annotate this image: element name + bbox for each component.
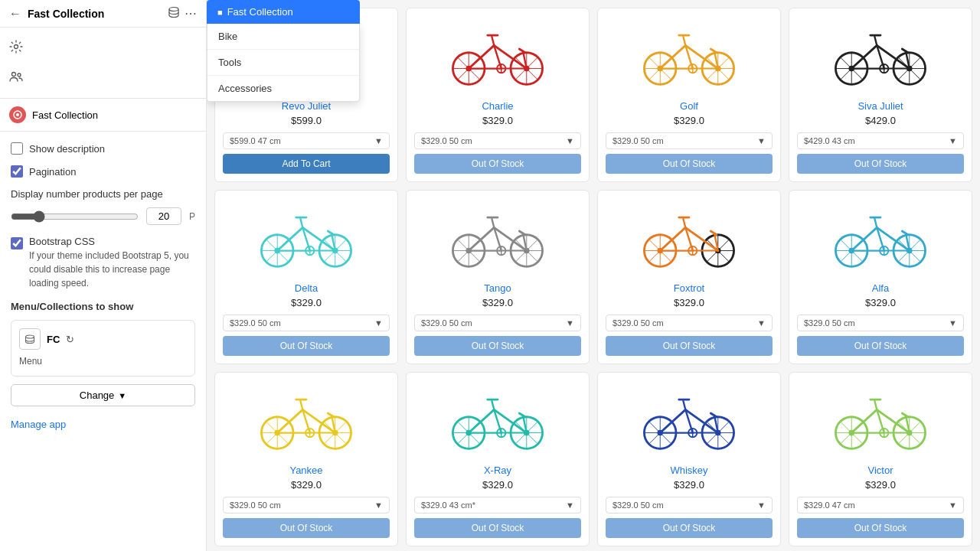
variant-value: $329.0 50 cm	[230, 318, 281, 328]
variant-selector[interactable]: $329.0 50 cm ▼	[223, 497, 390, 514]
product-card: Delta $329.0 $329.0 50 cm ▼ Out Of Stock	[214, 190, 398, 364]
variant-selector[interactable]: $329.0 50 cm ▼	[414, 132, 581, 149]
per-page-slider[interactable]	[11, 210, 139, 223]
svg-point-3	[18, 73, 21, 77]
product-name[interactable]: Tango	[484, 282, 511, 294]
db-icon[interactable]	[168, 6, 180, 21]
variant-selector[interactable]: $329.0 50 cm ▼	[223, 315, 390, 331]
sidebar-content: Show description Pagination Display numb…	[0, 132, 206, 551]
out-of-stock-button[interactable]: Out Of Stock	[797, 154, 964, 174]
sidebar-header: ← Fast Collection ⋯	[0, 0, 206, 28]
brand-icon	[9, 106, 26, 123]
svg-line-139	[492, 219, 494, 227]
variant-selector[interactable]: $329.0 50 cm ▼	[414, 315, 581, 331]
svg-line-277	[874, 401, 877, 409]
out-of-stock-button[interactable]: Out Of Stock	[797, 336, 964, 356]
svg-line-65	[660, 45, 685, 68]
variant-selector[interactable]: $329.0 50 cm ▼	[606, 497, 773, 514]
product-name[interactable]: Whiskey	[670, 465, 707, 476]
pagination-checkbox[interactable]	[11, 165, 23, 178]
show-description-checkbox[interactable]	[11, 142, 23, 155]
product-price: $329.0	[674, 115, 704, 126]
product-price: $329.0	[291, 297, 322, 308]
more-icon[interactable]: ⋯	[185, 6, 197, 21]
dropdown-items: Bike Tools Accessories	[207, 24, 360, 102]
variant-value: $329.0 43 cm*	[421, 500, 475, 510]
out-of-stock-button[interactable]: Out Of Stock	[606, 336, 773, 356]
out-of-stock-button[interactable]: Out Of Stock	[223, 518, 390, 538]
product-image	[606, 200, 773, 276]
variant-value: $329.0 50 cm	[612, 500, 664, 510]
refresh-icon[interactable]: ↻	[66, 334, 74, 345]
variant-selector[interactable]: $329.0 50 cm ▼	[606, 132, 773, 149]
back-button[interactable]: ←	[9, 7, 21, 21]
svg-line-254	[683, 401, 685, 409]
add-to-cart-button[interactable]: Add To Cart	[223, 154, 390, 174]
product-name[interactable]: Charlie	[482, 100, 513, 112]
product-name[interactable]: X-Ray	[484, 465, 511, 476]
team-icon[interactable]	[9, 70, 197, 86]
dropdown-item-accessories[interactable]: Accessories	[207, 76, 359, 101]
svg-line-280	[902, 413, 908, 417]
product-card: Tango $329.0 $329.0 50 cm ▼ Out Of Stock	[406, 190, 590, 364]
change-button[interactable]: Change ▼	[11, 384, 195, 406]
svg-line-211	[328, 413, 334, 417]
out-of-stock-button[interactable]: Out Of Stock	[606, 154, 773, 174]
out-of-stock-button[interactable]: Out Of Stock	[414, 336, 581, 356]
product-name[interactable]: Alfa	[872, 282, 889, 294]
product-card: Yankee $329.0 $329.0 50 cm ▼ Out Of Stoc…	[214, 372, 398, 546]
product-price: $329.0	[482, 479, 513, 491]
out-of-stock-button[interactable]: Out Of Stock	[223, 336, 390, 356]
sidebar-nav	[0, 28, 206, 99]
variant-selector[interactable]: $329.0 43 cm* ▼	[414, 497, 581, 514]
out-of-stock-button[interactable]: Out Of Stock	[606, 518, 773, 538]
product-name[interactable]: Delta	[295, 282, 318, 294]
dropdown-header[interactable]: ■ Fast Collection	[207, 0, 360, 24]
product-image	[606, 382, 773, 458]
product-name[interactable]: Victor	[868, 465, 893, 476]
out-of-stock-button[interactable]: Out Of Stock	[797, 518, 964, 538]
product-price: $599.0	[291, 115, 322, 126]
collection-box: FC ↻ Menu	[11, 320, 195, 377]
product-name[interactable]: Golf	[680, 100, 698, 112]
variant-value: $329.0 50 cm	[230, 500, 281, 510]
out-of-stock-button[interactable]: Out Of Stock	[414, 154, 581, 174]
variant-selector[interactable]: $329.0 50 cm ▼	[606, 315, 773, 331]
dropdown-item-tools[interactable]: Tools	[207, 50, 359, 76]
product-card: Victor $329.0 $329.0 47 cm ▼ Out Of Stoc…	[789, 372, 972, 546]
product-name[interactable]: Siva Juliet	[858, 100, 903, 112]
product-card: Alfa $329.0 $329.0 50 cm ▼ Out Of Stock	[789, 190, 972, 364]
dropdown-header-label: Fast Collection	[227, 6, 293, 18]
dropdown-item-bike[interactable]: Bike	[207, 24, 359, 50]
product-name[interactable]: Foxtrot	[674, 282, 704, 294]
fc-icon	[19, 328, 41, 350]
svg-line-185	[874, 219, 877, 227]
svg-line-88	[851, 45, 877, 68]
product-card: Foxtrot $329.0 $329.0 50 cm ▼ Out Of Sto…	[597, 190, 781, 364]
variant-selector[interactable]: $329.0 47 cm ▼	[797, 497, 964, 514]
product-image	[223, 200, 390, 276]
variant-selector[interactable]: $599.0 47 cm ▼	[223, 132, 390, 149]
chevron-down-icon: ▼	[566, 136, 574, 145]
variant-selector[interactable]: $329.0 50 cm ▼	[797, 315, 964, 331]
svg-line-116	[300, 219, 302, 227]
out-of-stock-button[interactable]: Out Of Stock	[414, 518, 581, 538]
product-image	[414, 382, 581, 458]
dropdown-overlay: ■ Fast Collection Bike Tools Accessories	[207, 0, 360, 102]
settings-icon[interactable]	[9, 40, 197, 56]
product-card: Charlie $329.0 $329.0 50 cm ▼ Out Of Sto…	[406, 8, 590, 182]
svg-line-226	[469, 409, 494, 432]
per-page-input[interactable]	[146, 207, 181, 225]
variant-value: $329.0 50 cm	[421, 318, 472, 328]
product-card: Golf $329.0 $329.0 50 cm ▼ Out Of Stock	[597, 8, 781, 182]
product-card: Whiskey $329.0 $329.0 50 cm ▼ Out Of Sto…	[597, 372, 781, 546]
chevron-down-icon: ▼	[949, 500, 957, 510]
menu-label: Menu	[19, 354, 187, 368]
variant-selector[interactable]: $429.0 43 cm ▼	[797, 132, 964, 149]
bootstrap-checkbox[interactable]	[11, 237, 23, 249]
svg-line-165	[710, 231, 717, 235]
product-name[interactable]: Yankee	[289, 465, 322, 476]
manage-app-link[interactable]: Manage app	[11, 419, 195, 430]
svg-point-5	[16, 113, 19, 116]
product-name[interactable]: Revo Juliet	[282, 100, 331, 112]
